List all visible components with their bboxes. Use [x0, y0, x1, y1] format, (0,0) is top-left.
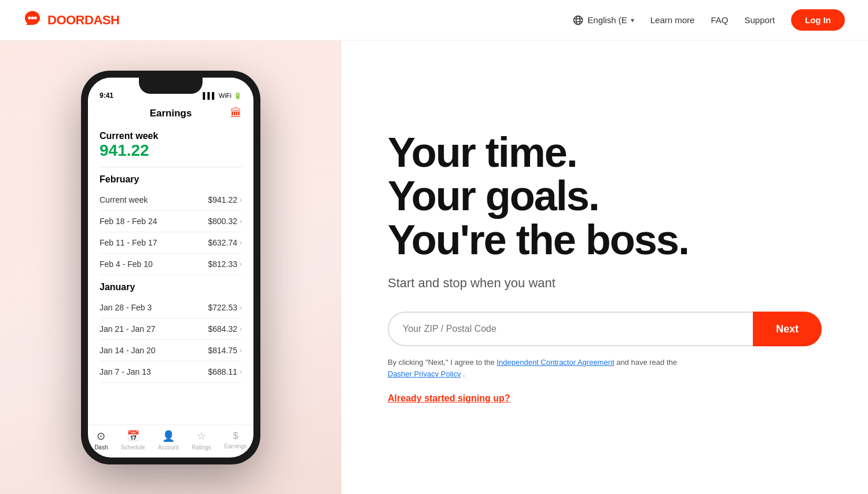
earnings-row[interactable]: Jan 7 - Jan 13 $688.11 › [100, 361, 242, 383]
earnings-row[interactable]: Jan 28 - Feb 3 $722.53 › [100, 297, 242, 319]
chevron-down-icon: ▾ [631, 16, 634, 24]
row-amount: $941.22 [208, 195, 237, 204]
phone-content: Current week 941.22 February Current wee… [88, 125, 253, 425]
phone-mockup: 9:41 ▌▌▌ WiFi 🔋 Earnings 🏛 Current week … [81, 71, 260, 464]
nav-item-ratings[interactable]: ☆ Ratings [192, 430, 211, 451]
nav-item-label: Ratings [192, 444, 211, 451]
nav-item-label: Account [158, 444, 179, 451]
hero-line1: Your time. [388, 129, 577, 175]
february-label: February [100, 167, 242, 189]
row-label: Current week [100, 195, 148, 204]
chevron-right-icon: › [240, 260, 242, 268]
row-amount: $800.32 [208, 217, 237, 226]
row-label: Feb 18 - Feb 24 [100, 217, 157, 226]
left-panel: 9:41 ▌▌▌ WiFi 🔋 Earnings 🏛 Current week … [0, 41, 341, 494]
svg-point-3 [574, 16, 583, 24]
doordash-logo-icon [23, 10, 42, 30]
row-label: Feb 11 - Feb 17 [100, 238, 157, 247]
already-signed-up-link[interactable]: Already started signing up? [388, 393, 822, 404]
row-amount: $812.33 [208, 259, 237, 269]
chevron-right-icon: › [240, 217, 242, 225]
row-label: Feb 4 - Feb 10 [100, 259, 153, 269]
row-label: Jan 14 - Jan 20 [100, 346, 156, 355]
signup-form: Next [388, 312, 822, 346]
phone-bottom-nav: ⊙ Dash 📅 Schedule 👤 Account ☆ Ratings [88, 425, 253, 458]
row-right: $722.53 › [208, 303, 242, 312]
chevron-right-icon: › [240, 239, 242, 247]
nav-item-earnings[interactable]: $ Earnings [224, 431, 247, 449]
earnings-row[interactable]: Feb 18 - Feb 24 $800.32 › [100, 211, 242, 232]
svg-point-4 [576, 16, 580, 24]
dash-nav-icon: ⊙ [97, 430, 105, 442]
row-label: Jan 28 - Feb 3 [100, 303, 152, 312]
learn-more-link[interactable]: Learn more [650, 15, 695, 25]
privacy-policy-link[interactable]: Dasher Privacy Policy [388, 369, 461, 378]
status-icons: ▌▌▌ WiFi 🔋 [203, 92, 242, 100]
terms-text: By clicking "Next," I agree to the Indep… [388, 357, 689, 379]
signal-icon: ▌▌▌ [203, 92, 216, 99]
support-link[interactable]: Support [744, 15, 775, 25]
current-week-label: Current week [100, 125, 242, 141]
next-button[interactable]: Next [753, 312, 822, 346]
nav-item-label: Earnings [224, 443, 247, 449]
battery-icon: 🔋 [234, 92, 242, 100]
row-amount: $632.74 [208, 238, 237, 247]
nav-item-account[interactable]: 👤 Account [158, 430, 179, 451]
status-time: 9:41 [100, 92, 113, 100]
row-amount: $688.11 [208, 367, 237, 376]
earnings-nav-icon: $ [233, 431, 238, 441]
row-right: $812.33 › [208, 259, 242, 269]
earnings-row[interactable]: Feb 11 - Feb 17 $632.74 › [100, 232, 242, 254]
hero-subtitle: Start and stop when you want [388, 276, 822, 291]
login-button[interactable]: Log In [791, 9, 845, 31]
row-right: $684.32 › [208, 324, 242, 334]
earnings-row[interactable]: Jan 21 - Jan 27 $684.32 › [100, 319, 242, 340]
main-content: 9:41 ▌▌▌ WiFi 🔋 Earnings 🏛 Current week … [0, 41, 868, 494]
phone-app-header: Earnings 🏛 [88, 103, 253, 125]
chevron-right-icon: › [240, 303, 242, 312]
chevron-right-icon: › [240, 196, 242, 204]
hero-line3: You're the boss. [388, 217, 689, 263]
phone-screen-title: Earnings [150, 108, 192, 119]
language-selector[interactable]: English (E ▾ [572, 14, 634, 26]
right-panel: Your time. Your goals. You're the boss. … [341, 41, 868, 494]
row-amount: $814.75 [208, 346, 237, 355]
hero-line2: Your goals. [388, 173, 599, 219]
ratings-nav-icon: ☆ [197, 430, 206, 442]
account-nav-icon: 👤 [162, 430, 175, 442]
chevron-right-icon: › [240, 325, 242, 333]
nav-item-label: Schedule [121, 444, 145, 451]
row-right: $814.75 › [208, 346, 242, 355]
earnings-row[interactable]: Feb 4 - Feb 10 $812.33 › [100, 254, 242, 275]
header: DOORDASH English (E ▾ Learn more FAQ Sup… [0, 0, 868, 41]
faq-link[interactable]: FAQ [711, 15, 728, 25]
row-right: $632.74 › [208, 238, 242, 247]
row-label: Jan 7 - Jan 13 [100, 367, 151, 376]
earnings-row[interactable]: Jan 14 - Jan 20 $814.75 › [100, 340, 242, 361]
row-amount: $722.53 [208, 303, 237, 312]
current-week-amount: 941.22 [100, 141, 242, 167]
earnings-row[interactable]: Current week $941.22 › [100, 189, 242, 211]
language-label: English (E [587, 15, 627, 25]
zip-input[interactable] [388, 312, 753, 346]
logo: DOORDASH [23, 10, 119, 30]
hero-title: Your time. Your goals. You're the boss. [388, 131, 822, 262]
svg-point-0 [28, 17, 31, 20]
january-label: January [100, 275, 242, 297]
header-nav: English (E ▾ Learn more FAQ Support Log … [572, 9, 845, 31]
svg-point-2 [34, 17, 37, 20]
bank-icon: 🏛 [230, 107, 242, 120]
schedule-nav-icon: 📅 [127, 430, 139, 442]
phone-screen: 9:41 ▌▌▌ WiFi 🔋 Earnings 🏛 Current week … [88, 78, 253, 458]
chevron-right-icon: › [240, 368, 242, 376]
row-right: $941.22 › [208, 195, 242, 204]
phone-notch [139, 78, 203, 94]
nav-item-schedule[interactable]: 📅 Schedule [121, 430, 145, 451]
svg-point-1 [31, 17, 34, 20]
contractor-agreement-link[interactable]: Independent Contractor Agreement [496, 358, 614, 367]
nav-item-dash[interactable]: ⊙ Dash [94, 430, 108, 451]
chevron-right-icon: › [240, 346, 242, 354]
row-right: $688.11 › [208, 367, 242, 376]
wifi-icon: WiFi [219, 92, 231, 99]
logo-text: DOORDASH [47, 13, 119, 28]
